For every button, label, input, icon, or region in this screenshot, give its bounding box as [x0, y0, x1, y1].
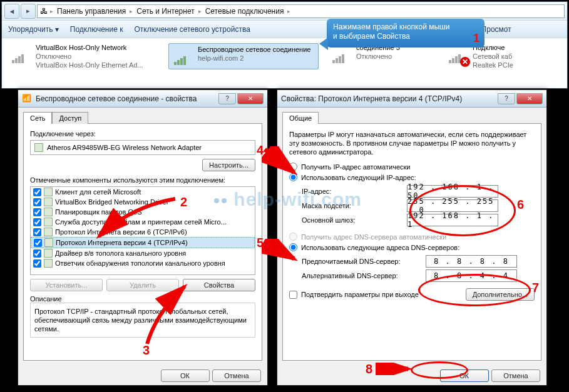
dns2-field[interactable]: 8 . 8 . 4 . 4	[426, 269, 517, 282]
close-button[interactable]: ✕	[516, 93, 543, 104]
component-icon	[44, 259, 53, 268]
crumb-2[interactable]: Сетевые подключения	[204, 7, 285, 16]
error-icon: ✕	[460, 57, 470, 67]
radio-manual-dns[interactable]	[289, 243, 297, 251]
tab-general[interactable]: Общие	[282, 112, 319, 124]
adapter-icon	[34, 143, 43, 152]
configure-button[interactable]: Настроить...	[202, 159, 255, 171]
checkbox[interactable]	[33, 188, 41, 196]
tab-network[interactable]: Сеть	[23, 112, 52, 124]
ok-button[interactable]: ОК	[161, 369, 210, 382]
component-icon	[44, 218, 53, 226]
adapter-name: Atheros AR9485WB-EG Wireless Network Ada…	[47, 144, 202, 151]
component-icon	[44, 208, 53, 216]
crumb-1[interactable]: Сеть и Интернет	[135, 7, 195, 16]
adapter-box: Atheros AR9485WB-EG Wireless Network Ada…	[30, 140, 255, 155]
list-item[interactable]: Клиент для сетей Microsoft	[31, 187, 255, 197]
checkbox[interactable]	[33, 259, 41, 268]
advanced-button[interactable]: Дополнительно...	[466, 288, 535, 301]
list-item[interactable]: Ответчик обнаружения топологии канальног…	[31, 258, 255, 268]
conn-status: Отключено	[356, 52, 400, 61]
help-button[interactable]: ?	[498, 93, 515, 104]
conn-status: help-wifi.com 2	[198, 54, 310, 63]
help-button[interactable]: ?	[218, 93, 236, 104]
nav-fwd-button[interactable]: ▸	[21, 4, 36, 19]
dns1-label: Предпочитаемый DNS-сервер:	[302, 258, 421, 265]
tab-body: Параметры IP могут назначаться автоматич…	[282, 123, 541, 361]
list-item[interactable]: Драйвер в/в тополога канального уровня	[31, 248, 255, 258]
conn-title: Беспроводное сетевое соединение	[198, 45, 310, 54]
conn-device: Realtek PCIe	[473, 61, 513, 69]
breadcrumb[interactable]: 🖧 ▸ Панель управления ▸ Сеть и Интернет …	[37, 4, 565, 18]
titlebar: 📶 Беспроводное сетевое соединение - свой…	[18, 90, 267, 108]
network-icon	[170, 45, 193, 68]
cmd-disable[interactable]: Отключение сетевого устройства	[134, 25, 250, 34]
radio-manual-ip[interactable]	[289, 173, 297, 181]
conn-status: Отключено	[36, 52, 143, 61]
dns2-label: Альтернативный DNS-сервер:	[302, 272, 421, 279]
radio-auto-ip[interactable]	[289, 163, 297, 171]
tab-body: Подключение через: Atheros AR9485WB-EG W…	[23, 123, 262, 361]
components-label: Отмеченные компоненты используются этим …	[30, 176, 255, 184]
dialog-title: Беспроводное сетевое соединение - свойст…	[36, 94, 197, 103]
balloon-line2: и выбираем Свойства	[333, 32, 478, 41]
list-item[interactable]: Протокол Интернета версии 6 (TCP/IPv6)	[31, 227, 255, 237]
connection-item-selected[interactable]: Беспроводное сетевое соединение help-wif…	[168, 43, 319, 69]
tab-row: Сеть Доступ	[18, 108, 267, 123]
cancel-button[interactable]: Отмена	[491, 369, 540, 382]
network-icon	[8, 43, 31, 66]
close-button[interactable]: ✕	[237, 93, 264, 104]
checkbox[interactable]	[33, 208, 41, 216]
ok-button[interactable]: ОК	[440, 369, 489, 382]
gw-label: Основной шлюз:	[302, 216, 402, 224]
conn-device: VirtualBox Host-Only Ethernet Ad...	[36, 61, 143, 69]
cmd-connect[interactable]: Подключение к	[70, 25, 123, 34]
desc-box: Протокол TCP/IP - стандартный протокол г…	[30, 303, 255, 338]
uninstall-button[interactable]: Удалить	[106, 279, 179, 291]
cmd-cut2[interactable]: Просмот	[481, 25, 511, 34]
nav-back-button[interactable]: ◄	[4, 4, 19, 19]
ipv4-dialog: Свойства: Протокол Интернета версии 4 (T…	[277, 89, 547, 386]
install-button[interactable]: Установить...	[30, 279, 103, 291]
wifi-icon: 📶	[22, 94, 32, 104]
conn-title: VirtualBox Host-Only Network	[36, 43, 143, 52]
component-icon	[44, 228, 53, 236]
gateway-field[interactable]: 192 . 168 . 1 . 1	[407, 214, 498, 226]
address-bar: ◄ ▸ 🖧 ▸ Панель управления ▸ Сеть и Интер…	[2, 2, 567, 21]
checkbox[interactable]	[33, 249, 41, 258]
cancel-button[interactable]: Отмена	[212, 369, 261, 382]
component-icon	[44, 238, 53, 247]
annotation-1: 1	[473, 32, 479, 45]
tab-access[interactable]: Доступ	[52, 112, 88, 124]
properties-button[interactable]: Свойства	[183, 279, 255, 291]
cmd-organize[interactable]: Упорядочить ▾	[8, 25, 59, 34]
mask-field[interactable]: 255 . 255 . 255 . 0	[407, 199, 498, 212]
ip-label: IP-адрес:	[302, 188, 402, 195]
ip-field[interactable]: 192 . 168 . 1 . 50	[407, 185, 498, 198]
crumb-0[interactable]: Панель управления	[56, 7, 127, 16]
breadcrumb-icon: 🖧	[40, 7, 48, 16]
properties-dialog: 📶 Беспроводное сетевое соединение - свой…	[18, 89, 268, 386]
checkbox[interactable]	[33, 228, 41, 236]
confirm-checkbox[interactable]	[289, 291, 297, 299]
mask-label: Маска подсети:	[302, 202, 402, 209]
info-text: Параметры IP могут назначаться автоматич…	[289, 130, 535, 156]
dns1-field[interactable]: 8 . 8 . 8 . 8	[426, 255, 517, 268]
list-item[interactable]: Планировщик пакетов QoS	[31, 207, 255, 217]
connect-via-label: Подключение через:	[30, 130, 255, 138]
list-item[interactable]: Служба доступа к файлам и принтерам сете…	[31, 217, 255, 227]
checkbox[interactable]	[34, 239, 42, 247]
list-item-selected[interactable]: Протокол Интернета версии 4 (TCP/IPv4)	[31, 237, 255, 248]
components-list[interactable]: Клиент для сетей Microsoft VirtualBox Br…	[30, 186, 255, 275]
component-icon	[44, 249, 53, 258]
component-icon	[44, 188, 53, 196]
checkbox[interactable]	[33, 218, 41, 226]
radio-auto-dns	[289, 233, 297, 241]
hint-balloon: Нажимаем правой кнопкой мыши и выбираем …	[327, 19, 484, 48]
conn-status: Сетевой каб	[473, 52, 513, 61]
checkbox[interactable]	[33, 198, 41, 206]
connection-item[interactable]: VirtualBox Host-Only Network Отключено V…	[8, 43, 158, 69]
titlebar: Свойства: Протокол Интернета версии 4 (T…	[277, 90, 546, 108]
list-item[interactable]: VirtualBox Bridged Networking Driver	[31, 197, 255, 207]
desc-title: Описание	[30, 295, 255, 303]
